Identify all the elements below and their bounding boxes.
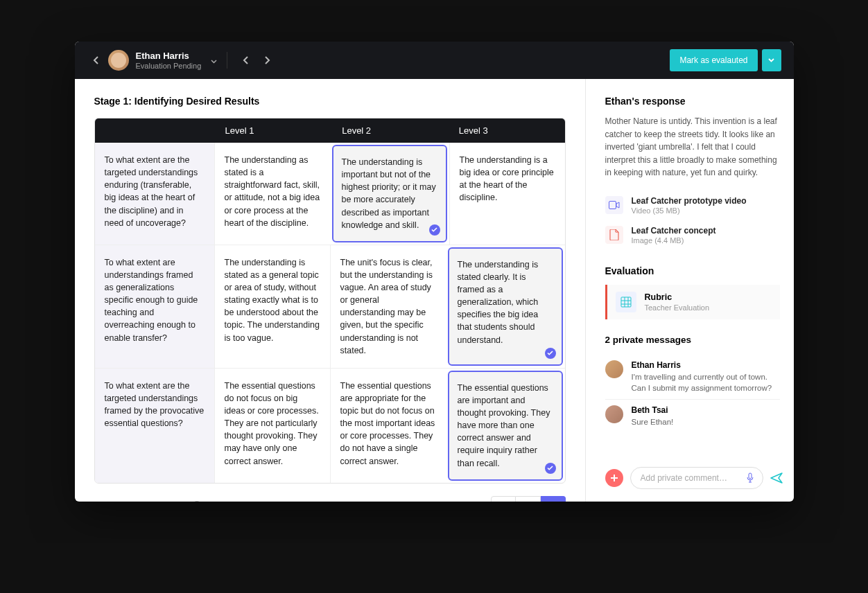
next-submission-button[interactable] (259, 52, 276, 69)
attachment-meta: Image (4.4 MB) (632, 236, 716, 245)
body: Stage 1: Identifying Desired Results Lev… (75, 79, 794, 502)
rubric-level-cell[interactable]: The understanding is stated as a general… (214, 245, 330, 368)
rating-option-2[interactable]: 2 (516, 496, 541, 502)
rubric-row: To what extent are the targeted understa… (95, 143, 565, 245)
evaluation-section: Evaluation Rubric Teacher Evaluation (605, 265, 780, 319)
rubric-row: To what extent are the targeted understa… (95, 368, 565, 483)
rating-option-3[interactable]: 3 (541, 496, 566, 502)
final-rating-label: Final rating for Stage 1 (94, 500, 186, 502)
chevron-right-icon (265, 56, 270, 64)
rubric-level-cell[interactable]: The understanding is a big idea or core … (449, 143, 565, 245)
comment-input[interactable] (641, 473, 745, 483)
rubric-prompt: To what extent are the targeted understa… (95, 143, 214, 245)
rubric-header: Level 1 Level 2 Level 3 (95, 118, 565, 143)
rubric-level-cell[interactable]: The unit's focus is clear, but the under… (330, 245, 446, 368)
mark-evaluated-button[interactable]: Mark as evalauted (670, 49, 757, 71)
message-text: I'm travelling and currently out of town… (632, 371, 780, 393)
mic-icon (746, 472, 754, 484)
student-info: Ethan Harris Evaluation Pending (136, 51, 202, 70)
stage-title: Stage 1: Identifying Desired Results (94, 96, 566, 107)
student-status: Evaluation Pending (136, 62, 202, 70)
chevron-left-icon (243, 56, 248, 64)
rubric-level-cell[interactable]: The essential questions are appropriate … (330, 369, 446, 483)
sidebar: Ethan's response Mother Nature is untidy… (586, 79, 794, 502)
help-icon[interactable]: ? (192, 501, 202, 502)
svg-rect-1 (621, 297, 631, 307)
rubric-level-cell[interactable]: The understanding is stated clearly. It … (448, 247, 563, 366)
final-rating-row: Final rating for Stage 1 ? 123 (94, 496, 566, 502)
messages-title: 2 private messages (605, 335, 780, 345)
check-icon (429, 224, 440, 236)
attachment-name: Leaf Catcher concept (632, 226, 716, 236)
comment-input-wrap (630, 467, 763, 489)
student-dropdown[interactable] (211, 54, 217, 67)
divider (227, 52, 227, 69)
response-text: Mother Nature is untidy. This invention … (605, 115, 780, 179)
plus-icon (610, 474, 618, 482)
final-rating-pager: 123 (491, 496, 566, 502)
rubric-level-cell[interactable]: The understanding is important but not o… (332, 145, 447, 242)
message-author: Beth Tsai (632, 405, 674, 415)
rating-option-1[interactable]: 1 (491, 496, 516, 502)
rubric-prompt: To what extent are the targeted understa… (95, 369, 214, 483)
rubric-header-level-2: Level 2 (331, 118, 448, 143)
rubric-header-level-3: Level 3 (448, 118, 565, 143)
chevron-down-icon (768, 58, 774, 62)
grid-icon (616, 292, 636, 312)
rubric-level-cell[interactable]: The essential questions do not focus on … (214, 369, 330, 483)
composer (605, 456, 780, 489)
topbar: Ethan Harris Evaluation Pending Mark as … (75, 42, 794, 79)
main-panel: Stage 1: Identifying Desired Results Lev… (75, 79, 586, 502)
rubric-prompt: To what extent are understandings framed… (95, 245, 214, 368)
rubric-level-cell[interactable]: The understanding as stated is a straigh… (214, 143, 330, 245)
rubric-header-level-1: Level 1 (214, 118, 331, 143)
rubric-card[interactable]: Rubric Teacher Evaluation (605, 285, 780, 319)
rubric-table: Level 1 Level 2 Level 3 To what extent a… (94, 118, 566, 484)
message-avatar (605, 360, 623, 378)
rubric-row: To what extent are understandings framed… (95, 245, 565, 368)
message: Ethan HarrisI'm travelling and currently… (605, 355, 780, 400)
message-avatar (605, 405, 623, 423)
rubric-card-name: Rubric (645, 292, 710, 302)
check-icon (545, 348, 556, 359)
mark-evaluated-dropdown[interactable] (762, 49, 781, 71)
check-icon (545, 463, 556, 474)
message-author: Ethan Harris (632, 360, 780, 370)
app-window: Ethan Harris Evaluation Pending Mark as … (75, 42, 794, 502)
response-title: Ethan's response (605, 96, 780, 107)
attachment-meta: Video (35 MB) (632, 206, 747, 215)
attachment[interactable]: Leaf Catcher conceptImage (4.4 MB) (605, 220, 780, 250)
svg-rect-6 (749, 473, 752, 479)
student-name: Ethan Harris (136, 51, 202, 61)
add-attachment-button[interactable] (605, 469, 623, 487)
send-icon (770, 472, 783, 484)
message-text: Sure Ethan! (632, 416, 674, 427)
svg-rect-0 (609, 202, 616, 209)
messages-section: 2 private messages Ethan HarrisI'm trave… (605, 335, 780, 433)
chevron-down-icon (211, 60, 217, 64)
rubric-header-blank (95, 118, 214, 143)
student-avatar[interactable] (108, 50, 129, 71)
attachment-name: Leaf Catcher prototype video (632, 196, 747, 206)
chevron-left-icon (93, 56, 98, 64)
evaluation-title: Evaluation (605, 265, 780, 276)
image-icon (605, 226, 623, 244)
back-button[interactable] (87, 52, 104, 69)
rubric-card-sub: Teacher Evaluation (645, 303, 710, 312)
prev-submission-button[interactable] (237, 52, 254, 69)
send-button[interactable] (770, 472, 783, 484)
message: Beth TsaiSure Ethan! (605, 400, 780, 433)
mic-button[interactable] (745, 472, 756, 484)
video-icon (605, 196, 623, 214)
attachment[interactable]: Leaf Catcher prototype videoVideo (35 MB… (605, 191, 780, 220)
rubric-level-cell[interactable]: The essential questions are important an… (448, 371, 563, 481)
